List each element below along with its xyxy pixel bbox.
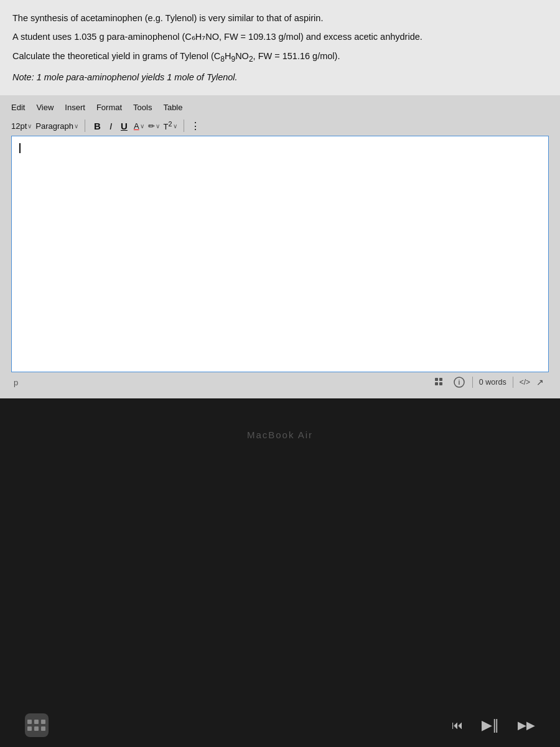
font-size-label: 12pt (11, 121, 27, 131)
toolbar-divider-2 (184, 120, 184, 132)
dock-grid (27, 720, 46, 731)
fast-forward-button[interactable]: ▶▶ (518, 718, 535, 732)
text-cursor (19, 143, 21, 153)
question-line4: Note: 1 mole para-aminophenol yields 1 m… (12, 70, 548, 84)
grid-dot (41, 726, 45, 731)
font-size-chevron: ∨ (27, 123, 32, 129)
svg-rect-2 (435, 382, 438, 385)
status-divider-2 (513, 377, 513, 388)
macbook-label: MacBook Air (247, 430, 313, 440)
play-pause-button[interactable]: ▶︎‖ (482, 717, 499, 733)
info-icon[interactable]: i (452, 375, 466, 389)
grid-dot (27, 720, 32, 724)
grid-icon[interactable] (432, 375, 446, 389)
toolbar: 12pt ∨ Paragraph ∨ B I U A ∨ ✏ ∨ T2 ∨ (11, 117, 549, 136)
question-line1: The synthesis of acetaminophen (e.g. Tyl… (12, 11, 548, 25)
menu-format[interactable]: Format (96, 103, 122, 112)
word-count: 0 words (479, 378, 506, 387)
question-line3: Calculate the theoretical yield in grams… (12, 49, 548, 65)
svg-rect-0 (435, 378, 438, 381)
menu-tools[interactable]: Tools (133, 103, 152, 112)
menu-view[interactable]: View (36, 103, 54, 112)
menu-table[interactable]: Table (163, 103, 182, 112)
p-tag-label: p (14, 378, 18, 387)
highlight-dropdown[interactable]: ✏ ∨ (148, 121, 160, 131)
macbook-frame-bottom: MacBook Air ⏮ ▶︎‖ ▶▶ (0, 398, 560, 747)
superscript-label: T2 (164, 120, 172, 131)
style-chevron: ∨ (74, 123, 78, 129)
status-right: i 0 words </> ↗ (432, 375, 544, 389)
question-line2: A student uses 1.035 g para-aminophenol … (12, 30, 548, 44)
grid-dot (41, 720, 45, 724)
font-color-dropdown[interactable]: A ∨ (134, 121, 144, 131)
menu-insert[interactable]: Insert (65, 103, 85, 112)
menu-bar: Edit View Insert Format Tools Table (11, 101, 549, 113)
superscript-dropdown[interactable]: T2 ∨ (164, 120, 177, 131)
paragraph-style-label: Paragraph (35, 121, 73, 131)
toolbar-divider-1 (85, 120, 85, 132)
font-color-label: A (134, 121, 139, 131)
bold-button[interactable]: B (91, 120, 103, 132)
status-divider (472, 377, 473, 388)
editor-content-area[interactable] (11, 136, 549, 372)
svg-rect-3 (439, 382, 442, 385)
font-color-chevron: ∨ (140, 123, 144, 129)
media-controls: ⏮ ▶︎‖ ▶▶ (452, 717, 535, 733)
highlight-chevron: ∨ (156, 123, 160, 129)
more-options-button[interactable]: ⋮ (190, 120, 201, 132)
svg-rect-1 (439, 378, 442, 381)
status-bar: p i 0 words (11, 372, 549, 392)
dock-area: ⏮ ▶︎‖ ▶▶ (0, 703, 560, 747)
highlight-icon: ✏ (148, 121, 155, 131)
grid-dot (27, 726, 32, 731)
grid-dot (34, 726, 39, 731)
dock-apps-icon[interactable] (25, 713, 49, 737)
underline-button[interactable]: U (118, 120, 130, 132)
expand-button[interactable]: ↗ (536, 377, 544, 387)
rewind-button[interactable]: ⏮ (452, 719, 463, 732)
super-chevron: ∨ (173, 123, 177, 129)
paragraph-style-dropdown[interactable]: Paragraph ∨ (35, 121, 78, 131)
svg-text:i: i (458, 379, 460, 386)
font-size-dropdown[interactable]: 12pt ∨ (11, 121, 32, 131)
grid-dot (34, 720, 39, 724)
editor-wrapper: Edit View Insert Format Tools Table 12pt… (0, 95, 560, 398)
menu-edit[interactable]: Edit (11, 103, 25, 112)
question-area: The synthesis of acetaminophen (e.g. Tyl… (0, 0, 560, 95)
code-view-button[interactable]: </> (520, 378, 530, 387)
italic-button[interactable]: I (107, 120, 114, 132)
